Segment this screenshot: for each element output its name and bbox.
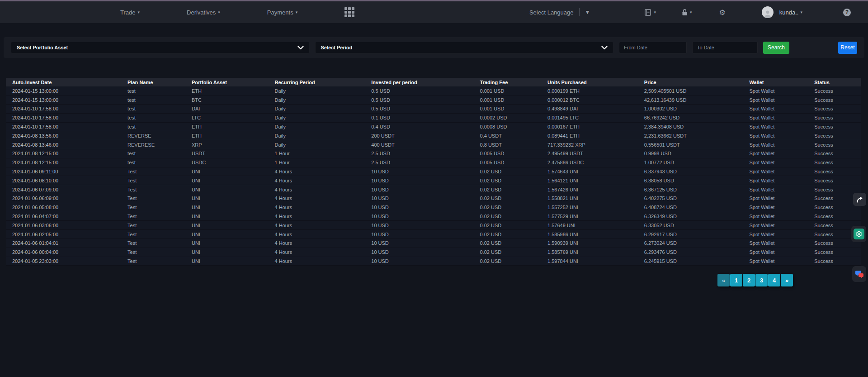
security-lock-button[interactable]: ▾ bbox=[681, 9, 692, 16]
table-cell: 0.001495 LTC bbox=[544, 113, 641, 122]
orders-book-button[interactable]: ▾ bbox=[644, 9, 656, 16]
chevron-down-icon: ▾ bbox=[690, 10, 692, 14]
table-cell: 4 Hours bbox=[271, 248, 368, 257]
help-icon[interactable]: ? bbox=[843, 9, 851, 16]
table-cell: Spot Wallet bbox=[746, 176, 811, 185]
table-cell: 10 USD bbox=[368, 248, 476, 257]
reset-button[interactable]: Reset bbox=[838, 42, 857, 54]
table-cell: Daily bbox=[271, 140, 368, 149]
table-cell: LTC bbox=[188, 113, 271, 122]
table-cell: 717.339232 XRP bbox=[544, 140, 641, 149]
table-cell: 2,384.39408 USD bbox=[641, 122, 746, 131]
col-recurring-period: Recurring Period bbox=[271, 78, 368, 86]
table-cell: 1.585986 UNI bbox=[544, 230, 641, 239]
table-cell: 0.5 USD bbox=[368, 105, 476, 114]
table-row: 2024-01-06 01:04:01TestUNI4 Hours10 USD0… bbox=[6, 239, 861, 248]
share-extension-button[interactable] bbox=[853, 193, 866, 206]
pagination-page-2[interactable]: 2 bbox=[743, 274, 755, 286]
table-cell: Test bbox=[124, 230, 188, 239]
table-cell: ETH bbox=[188, 131, 271, 140]
table-cell: Spot Wallet bbox=[746, 105, 811, 114]
table-row: 2024-01-06 08:10:00TestUNI4 Hours10 USD0… bbox=[6, 176, 861, 185]
menu-payments[interactable]: Payments ▾ bbox=[267, 9, 297, 16]
table-cell: XRP bbox=[188, 140, 271, 149]
language-selector[interactable]: Select Language ▼ bbox=[529, 8, 590, 16]
table-cell: 1.000302 USD bbox=[641, 105, 746, 114]
table-cell: Test bbox=[124, 248, 188, 257]
table-cell: Success bbox=[811, 176, 861, 185]
table-cell: UNI bbox=[188, 239, 271, 248]
table-cell: Test bbox=[124, 212, 188, 221]
user-menu[interactable]: kunda.. ▾ bbox=[762, 6, 802, 18]
to-date-input[interactable] bbox=[692, 42, 758, 53]
table-cell: 2024-01-10 17:58:00 bbox=[6, 105, 124, 114]
table-cell: 0.498849 DAI bbox=[544, 105, 641, 114]
table-row: 2024-01-08 13:56:00REVERSEETHDaily200 US… bbox=[6, 131, 861, 140]
table-cell: test bbox=[124, 86, 188, 95]
chat-extension-button[interactable] bbox=[852, 266, 866, 282]
chatgpt-extension-button[interactable] bbox=[851, 226, 866, 242]
search-button[interactable]: Search bbox=[763, 42, 789, 54]
divider bbox=[579, 8, 580, 16]
table-cell: 6.33052 USD bbox=[641, 221, 746, 230]
table-cell: REVERESE bbox=[124, 140, 188, 149]
from-date-input[interactable] bbox=[619, 42, 687, 53]
navbar-right: Select Language ▼ ▾ ▾ ⚙ bbox=[529, 6, 868, 18]
table-cell: 0.001 USD bbox=[476, 86, 544, 95]
pagination-next-button[interactable]: » bbox=[781, 274, 793, 286]
pagination-page-1[interactable]: 1 bbox=[730, 274, 742, 286]
table-cell: 2024-01-06 08:10:00 bbox=[6, 176, 124, 185]
lock-icon bbox=[681, 9, 688, 16]
pagination: « 1234 » bbox=[0, 274, 793, 286]
table-cell: Test bbox=[124, 176, 188, 185]
table-cell: 1.574643 UNI bbox=[544, 167, 641, 176]
table-cell: 2024-01-15 13:00:00 bbox=[6, 95, 124, 105]
col-invested-per-period: Invested per period bbox=[368, 78, 476, 86]
table-cell: DAI bbox=[188, 105, 271, 114]
table-cell: 6.402275 USD bbox=[641, 194, 746, 203]
table-cell: 2024-01-06 00:04:00 bbox=[6, 248, 124, 257]
table-cell: 4 Hours bbox=[271, 176, 368, 185]
pagination-prev-button[interactable]: « bbox=[717, 274, 730, 286]
table-cell: 10 USD bbox=[368, 239, 476, 248]
apps-grid-icon[interactable] bbox=[344, 7, 354, 17]
table-cell: test bbox=[124, 113, 188, 122]
table-cell: Test bbox=[124, 194, 188, 203]
table-cell: 1.558821 UNI bbox=[544, 194, 641, 203]
table-cell: test bbox=[124, 122, 188, 131]
chevron-down-icon: ▾ bbox=[218, 10, 220, 14]
menu-derivatives[interactable]: Derivatives ▾ bbox=[187, 9, 220, 16]
table-cell: 2024-01-10 17:58:00 bbox=[6, 122, 124, 131]
period-select[interactable]: Select Period bbox=[315, 42, 614, 53]
table-cell: Spot Wallet bbox=[746, 185, 811, 194]
table-cell: 0.0002 USD bbox=[476, 113, 544, 122]
language-label: Select Language bbox=[529, 9, 574, 16]
pagination-page-3[interactable]: 3 bbox=[755, 274, 768, 286]
table-cell: 0.000012 BTC bbox=[544, 95, 641, 105]
table-cell: UNI bbox=[188, 230, 271, 239]
table-cell: Test bbox=[124, 257, 188, 266]
table-cell: Success bbox=[811, 185, 861, 194]
table-cell: 400 USDT bbox=[368, 140, 476, 149]
gear-icon[interactable]: ⚙ bbox=[719, 8, 725, 17]
chevron-down-icon: ▾ bbox=[296, 10, 298, 14]
table-cell: 1.577529 UNI bbox=[544, 212, 641, 221]
table-cell: Success bbox=[811, 248, 861, 257]
table-cell: Success bbox=[811, 167, 861, 176]
menu-trade[interactable]: Trade ▾ bbox=[120, 9, 140, 16]
table-cell: 2.475886 USDC bbox=[544, 158, 641, 167]
table-cell: Test bbox=[124, 185, 188, 194]
table-cell: 2024-01-06 04:07:00 bbox=[6, 212, 124, 221]
table-cell: 4 Hours bbox=[271, 185, 368, 194]
table-cell: 10 USD bbox=[368, 257, 476, 266]
table-cell: 0.001 USD bbox=[476, 95, 544, 105]
table-cell: 1.590939 UNI bbox=[544, 239, 641, 248]
table-cell: Spot Wallet bbox=[746, 86, 811, 95]
table-cell: 1.597844 UNI bbox=[544, 257, 641, 266]
top-navbar: Trade ▾ Derivatives ▾ Payments ▾ Select … bbox=[0, 1, 868, 23]
table-row: 2024-01-15 13:00:00testETHDaily0.5 USD0.… bbox=[6, 86, 861, 95]
table-cell: Daily bbox=[271, 105, 368, 114]
portfolio-asset-select[interactable]: Select Portfolio Asset bbox=[11, 42, 310, 53]
pagination-page-4[interactable]: 4 bbox=[768, 274, 780, 286]
table-cell: 0.089441 ETH bbox=[544, 131, 641, 140]
